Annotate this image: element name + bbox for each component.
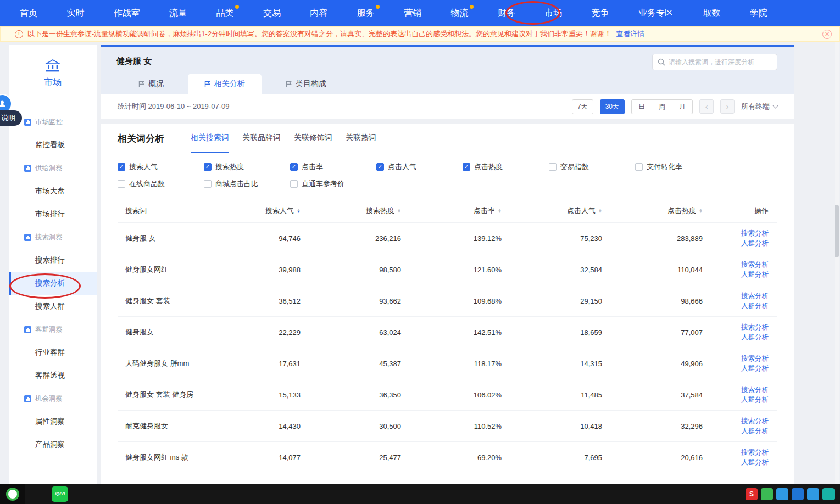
sidebar-item-industry-customers[interactable]: 行业客群 bbox=[9, 341, 97, 364]
search-analysis-link[interactable]: 搜索分析 bbox=[703, 354, 769, 363]
sort-desc-icon[interactable]: ▼ bbox=[699, 211, 703, 213]
filter-click-heat[interactable]: 点击热度 bbox=[463, 162, 549, 172]
iqiyi-taskbar-icon[interactable]: iQIYI bbox=[52, 486, 68, 502]
sidebar-item-monitor-board[interactable]: 监控看板 bbox=[9, 133, 97, 156]
sort-icon[interactable]: ▲▼ bbox=[598, 209, 602, 213]
tab-related-analysis[interactable]: 相关分析 bbox=[188, 74, 262, 94]
range-week-button[interactable]: 周 bbox=[652, 99, 672, 114]
sidebar-item-search-ranking[interactable]: 搜索排行 bbox=[9, 249, 97, 272]
sidebar-item-customer-perspective[interactable]: 客群透视 bbox=[9, 364, 97, 387]
tab-overview[interactable]: 概况 bbox=[122, 74, 180, 94]
sort-desc-icon[interactable]: ▼ bbox=[397, 211, 401, 213]
search-analysis-link[interactable]: 搜索分析 bbox=[703, 385, 769, 395]
nav-item-academy[interactable]: 学院 bbox=[750, 8, 767, 19]
range-7d-button[interactable]: 7天 bbox=[572, 99, 593, 114]
audience-analysis-link[interactable]: 人群分析 bbox=[703, 301, 769, 311]
filter-online-products[interactable]: 在线商品数 bbox=[118, 179, 204, 189]
prev-period-button[interactable]: ‹ bbox=[699, 99, 714, 114]
close-icon[interactable]: ✕ bbox=[822, 30, 832, 39]
nav-item-competition[interactable]: 竞争 bbox=[592, 8, 609, 19]
sort-icon[interactable]: ▲▼ bbox=[397, 209, 401, 213]
tray-icon-blue-app-3[interactable] bbox=[807, 488, 819, 500]
subtab-related-search-words[interactable]: 相关搜索词 bbox=[191, 124, 229, 153]
sidebar-group-opportunity-insight[interactable]: 机会洞察 bbox=[9, 387, 97, 410]
checkbox-checked-icon[interactable] bbox=[204, 163, 212, 171]
nav-item-logistics[interactable]: 物流 bbox=[451, 8, 469, 19]
checkbox-unchecked-icon[interactable] bbox=[635, 163, 643, 171]
audience-analysis-link[interactable]: 人群分析 bbox=[703, 457, 769, 467]
start-button[interactable] bbox=[0, 484, 25, 504]
tray-icon-teal-app[interactable] bbox=[822, 488, 835, 500]
sidebar-item-market-overview[interactable]: 市场大盘 bbox=[9, 180, 97, 203]
filter-search-heat[interactable]: 搜索热度 bbox=[204, 162, 290, 172]
helper-tag[interactable]: 说明 bbox=[0, 110, 22, 126]
sidebar-item-product-insight[interactable]: 产品洞察 bbox=[9, 433, 97, 456]
col-header-click-heat[interactable]: 点击热度▲▼ bbox=[602, 206, 703, 216]
filter-pay-conversion[interactable]: 支付转化率 bbox=[635, 162, 721, 172]
nav-item-marketing[interactable]: 营销 bbox=[404, 8, 421, 19]
filter-mall-click-share[interactable]: 商城点击占比 bbox=[204, 179, 290, 189]
tray-icon-sogou[interactable]: S bbox=[746, 488, 758, 500]
col-header-ctr[interactable]: 点击率▲▼ bbox=[401, 206, 502, 216]
nav-item-market[interactable]: 市场 bbox=[544, 8, 562, 19]
sidebar-item-search-analysis[interactable]: 搜索分析 bbox=[9, 272, 97, 295]
search-analysis-link[interactable]: 搜索分析 bbox=[703, 291, 769, 301]
nav-item-trade[interactable]: 交易 bbox=[263, 8, 281, 19]
tray-icon-blue-app-2[interactable] bbox=[792, 488, 804, 500]
tray-icon-blue-app-1[interactable] bbox=[776, 488, 788, 500]
filter-click-popularity[interactable]: 点击人气 bbox=[376, 162, 463, 172]
terminal-dropdown[interactable]: 所有终端 bbox=[741, 102, 777, 111]
range-30d-button[interactable]: 30天 bbox=[600, 99, 625, 114]
sidebar-item-attribute-insight[interactable]: 属性洞察 bbox=[9, 410, 97, 433]
checkbox-unchecked-icon[interactable] bbox=[549, 163, 557, 171]
sort-icon[interactable]: ▲▼ bbox=[297, 209, 301, 213]
audience-analysis-link[interactable]: 人群分析 bbox=[703, 332, 769, 342]
search-box[interactable] bbox=[652, 54, 777, 70]
audience-analysis-link[interactable]: 人群分析 bbox=[703, 270, 769, 279]
search-analysis-link[interactable]: 搜索分析 bbox=[703, 260, 769, 270]
page-scrollbar[interactable] bbox=[835, 42, 839, 484]
checkbox-checked-icon[interactable] bbox=[463, 163, 470, 171]
nav-item-data-fetch[interactable]: 取数 bbox=[703, 8, 720, 19]
checkbox-unchecked-icon[interactable] bbox=[204, 180, 212, 188]
nav-item-finance[interactable]: 财务 bbox=[498, 8, 515, 19]
audience-analysis-link[interactable]: 人群分析 bbox=[703, 363, 769, 373]
tray-icon-green-app[interactable] bbox=[761, 488, 773, 500]
sort-icon[interactable]: ▲▼ bbox=[498, 209, 502, 213]
col-header-search-heat[interactable]: 搜索热度▲▼ bbox=[301, 206, 401, 216]
range-day-button[interactable]: 日 bbox=[631, 99, 652, 114]
sidebar-group-market-monitor[interactable]: 市场监控 bbox=[9, 110, 97, 133]
checkbox-checked-icon[interactable] bbox=[118, 163, 125, 171]
nav-item-warroom[interactable]: 作战室 bbox=[114, 8, 140, 19]
col-header-click-popularity[interactable]: 点击人气▲▼ bbox=[502, 206, 602, 216]
nav-item-home[interactable]: 首页 bbox=[20, 8, 37, 19]
col-header-search-popularity[interactable]: 搜索人气▲▼ bbox=[200, 206, 301, 216]
search-analysis-link[interactable]: 搜索分析 bbox=[703, 228, 769, 238]
sort-desc-icon[interactable]: ▼ bbox=[598, 211, 602, 213]
sort-desc-icon[interactable]: ▼ bbox=[297, 211, 301, 213]
scrollbar-thumb[interactable] bbox=[835, 205, 839, 257]
nav-item-business-zone[interactable]: 业务专区 bbox=[638, 8, 674, 19]
sidebar-item-market-ranking[interactable]: 市场排行 bbox=[9, 203, 97, 226]
sidebar-group-customer-insight[interactable]: 客群洞察 bbox=[9, 318, 97, 341]
sidebar-item-search-audience[interactable]: 搜索人群 bbox=[9, 295, 97, 318]
filter-trade-index[interactable]: 交易指数 bbox=[549, 162, 635, 172]
sort-desc-icon[interactable]: ▼ bbox=[498, 211, 502, 213]
nav-item-content[interactable]: 内容 bbox=[310, 8, 327, 19]
nav-item-service[interactable]: 服务 bbox=[357, 8, 375, 19]
sidebar-group-supply-insight[interactable]: 供给洞察 bbox=[9, 156, 97, 180]
checkbox-checked-icon[interactable] bbox=[290, 163, 298, 171]
nav-item-traffic[interactable]: 流量 bbox=[169, 8, 187, 19]
search-analysis-link[interactable]: 搜索分析 bbox=[703, 416, 769, 426]
nav-item-category[interactable]: 品类 bbox=[216, 8, 234, 19]
search-input[interactable] bbox=[669, 58, 772, 66]
subtab-related-modifier-words[interactable]: 关联修饰词 bbox=[294, 124, 332, 153]
subtab-related-hot-words[interactable]: 关联热词 bbox=[346, 124, 376, 153]
audience-analysis-link[interactable]: 人群分析 bbox=[703, 238, 769, 248]
sidebar-group-search-insight[interactable]: 搜索洞察 bbox=[9, 226, 97, 249]
checkbox-checked-icon[interactable] bbox=[376, 163, 384, 171]
search-analysis-link[interactable]: 搜索分析 bbox=[703, 447, 769, 457]
range-month-button[interactable]: 月 bbox=[672, 99, 693, 114]
filter-search-popularity[interactable]: 搜索人气 bbox=[118, 162, 204, 172]
filter-ctr[interactable]: 点击率 bbox=[290, 162, 376, 172]
